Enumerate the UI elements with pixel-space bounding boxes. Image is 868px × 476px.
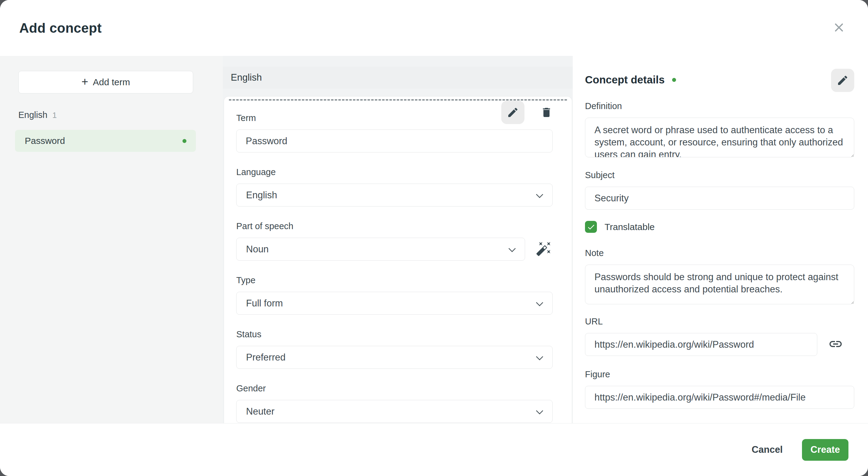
chevron-down-icon [536, 191, 543, 198]
type-select-value: Full form [246, 298, 283, 309]
figure-input[interactable] [585, 386, 854, 409]
status-select[interactable]: Preferred [236, 346, 553, 369]
trash-icon [540, 106, 553, 119]
type-label: Type [236, 275, 553, 285]
add-term-button[interactable]: + Add term [18, 71, 193, 94]
checkbox-checked-icon[interactable] [585, 221, 597, 233]
concept-details-title: Concept details [585, 74, 665, 86]
url-label: URL [585, 317, 854, 327]
subject-field: Subject [585, 170, 854, 210]
language-label: Language [236, 167, 553, 177]
figure-field: Figure [585, 369, 854, 409]
gender-field: Gender Neuter [236, 383, 553, 423]
plus-icon: + [82, 76, 88, 87]
part-of-speech-select[interactable]: Noun [236, 238, 525, 261]
definition-textarea[interactable]: A secret word or phrase used to authenti… [585, 118, 854, 157]
terms-sidebar: + Add term English 1 Password [0, 56, 223, 423]
term-editor-column: English Term [223, 56, 573, 423]
subject-label: Subject [585, 170, 854, 180]
language-group-name: English [18, 110, 48, 120]
close-icon [833, 22, 845, 34]
term-status-dot [183, 139, 186, 143]
note-label: Note [585, 248, 854, 258]
note-textarea[interactable]: Passwords should be strong and unique to… [585, 264, 854, 304]
auto-detect-pos-button[interactable] [535, 241, 553, 258]
figure-label: Figure [585, 369, 854, 379]
term-editor-language-header: English [223, 67, 573, 89]
cancel-button[interactable]: Cancel [751, 444, 783, 455]
language-field: Language English [236, 167, 553, 207]
create-button[interactable]: Create [802, 439, 848, 461]
dialog-title: Add concept [19, 21, 102, 36]
term-input[interactable] [236, 130, 553, 153]
url-field: URL [585, 317, 854, 356]
dialog-footer: Cancel Create [0, 423, 868, 476]
sidebar-term-item-password[interactable]: Password [15, 130, 196, 152]
definition-label: Definition [585, 101, 854, 111]
status-label: Status [236, 329, 553, 340]
translatable-label: Translatable [604, 222, 655, 232]
term-card: Term Language English Part of speech Nou… [224, 96, 572, 423]
link-icon [828, 337, 843, 353]
gender-select[interactable]: Neuter [236, 400, 553, 423]
status-field: Status Preferred [236, 329, 553, 369]
concept-status-dot [672, 78, 676, 82]
part-of-speech-label: Part of speech [236, 221, 553, 231]
delete-term-button[interactable] [535, 101, 558, 124]
subject-input[interactable] [585, 187, 854, 210]
chevron-down-icon [536, 407, 543, 414]
gender-label: Gender [236, 383, 553, 393]
edit-concept-button[interactable] [831, 69, 854, 92]
add-term-label: Add term [93, 77, 130, 87]
part-of-speech-field: Part of speech Noun [236, 221, 553, 261]
term-card-actions [501, 101, 558, 124]
open-link-button[interactable] [827, 336, 844, 353]
url-input[interactable] [585, 333, 817, 356]
gender-select-value: Neuter [246, 406, 275, 417]
language-group-header: English 1 [18, 110, 196, 120]
add-concept-dialog: Add concept + Add term English 1 Passwor… [0, 0, 868, 476]
pencil-icon [507, 106, 519, 119]
chevron-down-icon [536, 299, 543, 306]
part-of-speech-select-value: Noun [246, 244, 269, 255]
type-field: Type Full form [236, 275, 553, 315]
edit-term-button[interactable] [501, 101, 524, 124]
language-group-count: 1 [52, 110, 57, 120]
close-button[interactable] [830, 19, 848, 37]
type-select[interactable]: Full form [236, 292, 553, 315]
language-select[interactable]: English [236, 184, 553, 207]
dialog-body: + Add term English 1 Password English [0, 56, 868, 423]
chevron-down-icon [508, 245, 516, 252]
language-select-value: English [246, 190, 277, 201]
magic-wand-icon [536, 241, 552, 258]
definition-field: Definition A secret word or phrase used … [585, 101, 854, 159]
term-item-label: Password [25, 136, 65, 146]
concept-details-panel: Concept details Definition A secret word… [573, 56, 868, 423]
note-field: Note Passwords should be strong and uniq… [585, 248, 854, 306]
status-select-value: Preferred [246, 352, 285, 363]
chevron-down-icon [536, 353, 543, 360]
dialog-header: Add concept [0, 0, 868, 56]
pencil-icon [837, 74, 849, 87]
translatable-checkbox-row[interactable]: Translatable [585, 221, 854, 233]
